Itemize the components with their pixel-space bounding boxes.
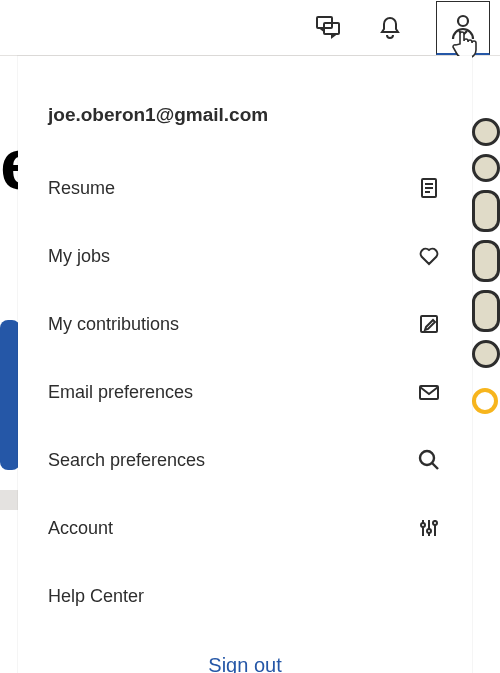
- svg-point-2: [458, 16, 468, 26]
- menu-my-contributions[interactable]: My contributions: [18, 290, 472, 358]
- menu-item-label: Email preferences: [48, 382, 193, 403]
- menu-item-label: Account: [48, 518, 113, 539]
- sign-out-link[interactable]: Sign out: [18, 630, 472, 673]
- heart-icon: [416, 243, 442, 269]
- topbar: [0, 0, 500, 56]
- sliders-icon: [416, 515, 442, 541]
- messages-button[interactable]: [306, 6, 350, 50]
- svg-point-9: [420, 451, 434, 465]
- svg-line-10: [432, 463, 438, 469]
- svg-point-12: [421, 523, 425, 527]
- search-icon: [416, 447, 442, 473]
- menu-item-label: Resume: [48, 178, 115, 199]
- user-email: joe.oberon1@gmail.com: [18, 56, 472, 154]
- document-icon: [416, 175, 442, 201]
- menu-my-jobs[interactable]: My jobs: [18, 222, 472, 290]
- menu-item-label: My contributions: [48, 314, 179, 335]
- menu-item-label: Help Center: [48, 586, 144, 607]
- bg-decor-illustration: [472, 118, 500, 428]
- no-icon: [416, 583, 442, 609]
- envelope-icon: [416, 379, 442, 405]
- profile-icon: [448, 12, 478, 42]
- svg-point-16: [433, 521, 437, 525]
- menu-account[interactable]: Account: [18, 494, 472, 562]
- menu-search-preferences[interactable]: Search preferences: [18, 426, 472, 494]
- bell-icon: [377, 15, 403, 41]
- menu-help-center[interactable]: Help Center: [18, 562, 472, 630]
- menu-resume[interactable]: Resume: [18, 154, 472, 222]
- profile-button[interactable]: [436, 1, 490, 55]
- bg-decor-blue: [0, 320, 20, 470]
- svg-point-14: [427, 529, 431, 533]
- messages-icon: [314, 14, 342, 42]
- menu-item-label: Search preferences: [48, 450, 205, 471]
- menu-item-label: My jobs: [48, 246, 110, 267]
- edit-icon: [416, 311, 442, 337]
- profile-dropdown: joe.oberon1@gmail.com Resume My jobs: [18, 56, 472, 673]
- menu-email-preferences[interactable]: Email preferences: [18, 358, 472, 426]
- notifications-button[interactable]: [368, 6, 412, 50]
